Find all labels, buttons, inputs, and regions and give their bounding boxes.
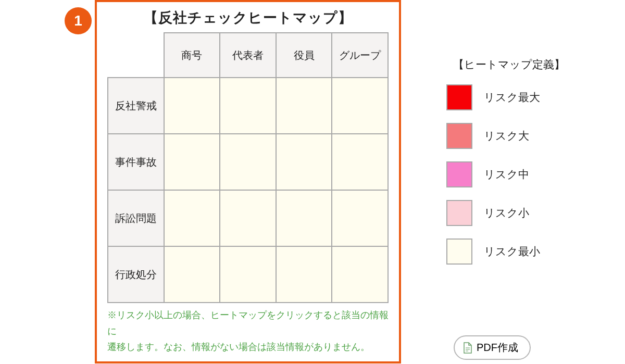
legend-label: リスク小 bbox=[484, 206, 529, 220]
heatmap-cell[interactable] bbox=[220, 78, 276, 134]
col-header: 役員 bbox=[276, 33, 332, 78]
heatmap-cell[interactable] bbox=[220, 134, 276, 190]
legend-title: 【ヒートマップ定義】 bbox=[441, 57, 577, 72]
legend-swatch bbox=[446, 161, 472, 187]
heatmap-title: 【反社チェックヒートマップ】 bbox=[107, 8, 389, 27]
heatmap-cell[interactable] bbox=[332, 190, 388, 246]
step-number: 1 bbox=[74, 12, 82, 29]
legend-label: リスク大 bbox=[484, 129, 529, 143]
legend-item: リスク最大 bbox=[441, 84, 577, 110]
legend-panel: 【ヒートマップ定義】 リスク最大 リスク大 リスク中 リスク小 リスク最小 bbox=[441, 57, 577, 277]
legend-swatch bbox=[446, 123, 472, 149]
legend-swatch bbox=[446, 200, 472, 226]
row-header: 反社警戒 bbox=[108, 78, 164, 134]
heatmap-cell[interactable] bbox=[332, 246, 388, 303]
pdf-button-label: PDF作成 bbox=[477, 341, 518, 355]
heatmap-corner bbox=[108, 33, 164, 78]
step-badge: 1 bbox=[65, 7, 92, 34]
heatmap-cell[interactable] bbox=[276, 134, 332, 190]
legend-item: リスク大 bbox=[441, 123, 577, 149]
legend-label: リスク最大 bbox=[484, 90, 540, 105]
legend-label: リスク中 bbox=[484, 167, 529, 182]
legend-item: リスク中 bbox=[441, 161, 577, 187]
heatmap-cell[interactable] bbox=[276, 246, 332, 303]
heatmap-cell[interactable] bbox=[220, 246, 276, 303]
heatmap-cell[interactable] bbox=[164, 78, 220, 134]
col-header: グループ bbox=[332, 33, 388, 78]
col-header: 代表者 bbox=[220, 33, 276, 78]
heatmap-cell[interactable] bbox=[220, 190, 276, 246]
heatmap-cell[interactable] bbox=[164, 246, 220, 303]
heatmap-cell[interactable] bbox=[164, 190, 220, 246]
legend-swatch bbox=[446, 239, 472, 265]
heatmap-panel: 【反社チェックヒートマップ】 商号 代表者 役員 グループ 反社警戒 事件事故 bbox=[95, 0, 401, 363]
pdf-create-button[interactable]: PDF作成 bbox=[454, 335, 531, 360]
legend-swatch bbox=[446, 84, 472, 110]
stage: 1 【反社チェックヒートマップ】 商号 代表者 役員 グループ 反社警戒 事件事… bbox=[0, 0, 625, 364]
legend-item: リスク最小 bbox=[441, 239, 577, 265]
note-line: ※リスク小以上の場合、ヒートマップをクリックすると該当の情報に bbox=[107, 307, 389, 339]
heatmap-table: 商号 代表者 役員 グループ 反社警戒 事件事故 訴訟問題 bbox=[107, 32, 389, 303]
document-icon bbox=[463, 342, 472, 354]
row-header: 訴訟問題 bbox=[108, 190, 164, 246]
heatmap-cell[interactable] bbox=[164, 134, 220, 190]
heatmap-cell[interactable] bbox=[332, 78, 388, 134]
heatmap-cell[interactable] bbox=[276, 190, 332, 246]
heatmap-cell[interactable] bbox=[276, 78, 332, 134]
col-header: 商号 bbox=[164, 33, 220, 78]
row-header: 行政処分 bbox=[108, 246, 164, 303]
legend-label: リスク最小 bbox=[484, 244, 540, 259]
note-line: 遷移します。なお、情報がない場合は該当情報がありません。 bbox=[107, 339, 389, 355]
row-header: 事件事故 bbox=[108, 134, 164, 190]
legend-item: リスク小 bbox=[441, 200, 577, 226]
heatmap-cell[interactable] bbox=[332, 134, 388, 190]
heatmap-note: ※リスク小以上の場合、ヒートマップをクリックすると該当の情報に 遷移します。なお… bbox=[107, 307, 389, 355]
